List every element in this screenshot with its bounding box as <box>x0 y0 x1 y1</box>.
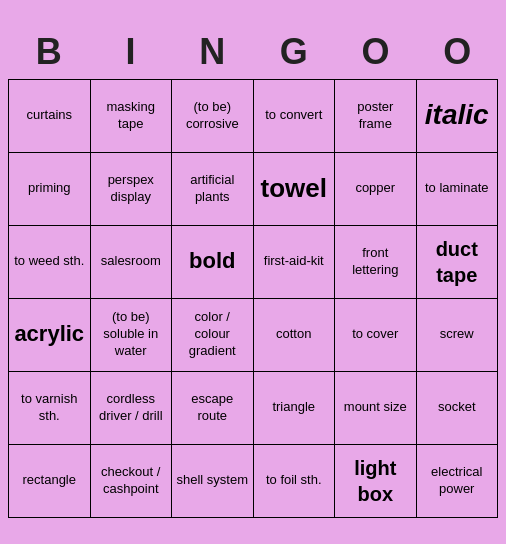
bingo-header: BINGOO <box>8 27 498 77</box>
bingo-cell: artificial plants <box>172 153 253 225</box>
bingo-card: BINGOO curtainsmasking tape(to be) corro… <box>0 19 506 526</box>
bingo-cell: to varnish sth. <box>9 372 90 444</box>
header-letter: G <box>253 27 335 77</box>
bingo-cell: electrical power <box>417 445 498 517</box>
bingo-cell: light box <box>335 445 416 517</box>
bingo-cell: checkout / cashpoint <box>91 445 172 517</box>
bingo-cell: screw <box>417 299 498 371</box>
bingo-cell: poster frame <box>335 80 416 152</box>
header-letter: O <box>416 27 498 77</box>
bingo-cell: duct tape <box>417 226 498 298</box>
header-letter: N <box>171 27 253 77</box>
bingo-cell: copper <box>335 153 416 225</box>
bingo-cell: color / colour gradient <box>172 299 253 371</box>
bingo-cell: masking tape <box>91 80 172 152</box>
bingo-cell: towel <box>254 153 335 225</box>
bingo-cell: mount size <box>335 372 416 444</box>
bingo-cell: curtains <box>9 80 90 152</box>
bingo-cell: cotton <box>254 299 335 371</box>
bingo-cell: escape route <box>172 372 253 444</box>
bingo-cell: (to be) soluble in water <box>91 299 172 371</box>
bingo-cell: to convert <box>254 80 335 152</box>
bingo-cell: salesroom <box>91 226 172 298</box>
bingo-cell: bold <box>172 226 253 298</box>
bingo-cell: front lettering <box>335 226 416 298</box>
bingo-cell: italic <box>417 80 498 152</box>
bingo-cell: triangle <box>254 372 335 444</box>
bingo-cell: perspex display <box>91 153 172 225</box>
bingo-cell: first-aid-kit <box>254 226 335 298</box>
header-letter: B <box>8 27 90 77</box>
bingo-cell: cordless driver / drill <box>91 372 172 444</box>
bingo-cell: acrylic <box>9 299 90 371</box>
bingo-cell: shell system <box>172 445 253 517</box>
header-letter: O <box>335 27 417 77</box>
bingo-cell: to foil sth. <box>254 445 335 517</box>
bingo-cell: rectangle <box>9 445 90 517</box>
header-letter: I <box>90 27 172 77</box>
bingo-cell: to weed sth. <box>9 226 90 298</box>
bingo-cell: to laminate <box>417 153 498 225</box>
bingo-cell: (to be) corrosive <box>172 80 253 152</box>
bingo-cell: to cover <box>335 299 416 371</box>
bingo-cell: priming <box>9 153 90 225</box>
bingo-cell: socket <box>417 372 498 444</box>
bingo-grid: curtainsmasking tape(to be) corrosiveto … <box>8 79 498 518</box>
